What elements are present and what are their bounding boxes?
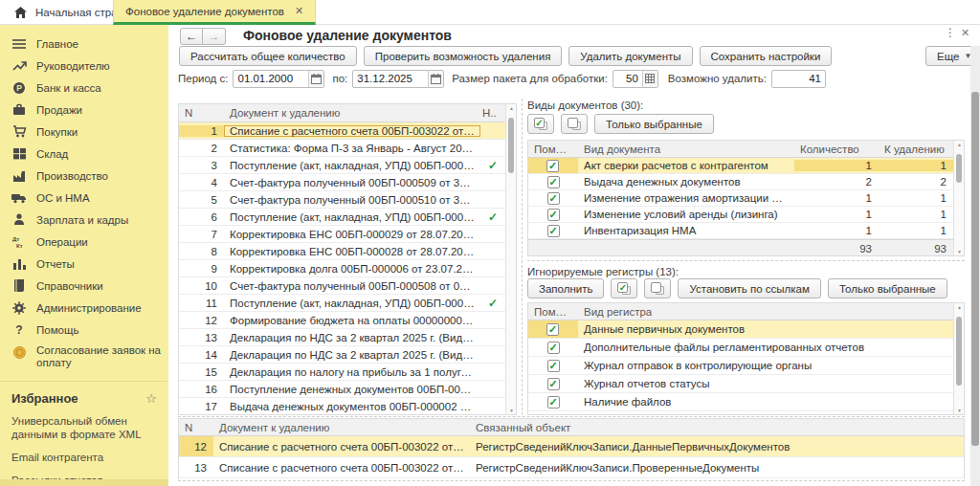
table-row[interactable]: ✓Отчетность с нарушенным сроком подачи (528, 411, 964, 415)
table-row[interactable]: 13Списание с расчетного счета 00БП-00302… (179, 457, 964, 478)
horizontal-splitter-right[interactable] (527, 260, 965, 261)
delete-documents-button[interactable]: Удалить документы (568, 46, 692, 66)
sidebar-item-dtkt[interactable]: ДтКтОперации (0, 231, 168, 253)
period-to-field[interactable]: 31.12.2025 (352, 70, 444, 88)
row-checkbox[interactable]: ✓ (546, 323, 559, 336)
row-checkbox[interactable]: ✓ (547, 192, 560, 205)
favorite-link[interactable]: Email контрагента (0, 446, 168, 469)
check-all-button[interactable]: ✓ (611, 278, 637, 298)
calendar-icon[interactable] (308, 71, 323, 87)
doc-types-only-selected-button[interactable]: Только выбранные (594, 114, 714, 134)
scroll-up-icon[interactable]: ▲ (506, 105, 517, 111)
table-row[interactable]: 8Корректировка ЕНС 00БП-000028 от 28.07.… (179, 243, 516, 260)
table-row[interactable]: ✓Наличие файлов (528, 393, 964, 411)
uncheck-all-button[interactable] (561, 114, 588, 134)
table-row[interactable]: ✓Выдача денежных документов22 (528, 174, 964, 190)
scroll-up-icon[interactable]: ▲ (954, 142, 965, 147)
row-checkbox[interactable]: ✓ (546, 160, 559, 172)
table-row[interactable]: 14Декларация по НДС за 2 квартал 2025 г.… (179, 346, 516, 364)
row-checkbox[interactable]: ✓ (547, 378, 560, 390)
sidebar-item-bank[interactable]: PБанк и касса (0, 77, 168, 99)
table-row[interactable]: ✓Дополнительные файлы регламентированных… (528, 339, 964, 357)
table-row[interactable]: 5Счет-фактура полученный 00БП-000510 от … (179, 191, 516, 209)
scrollbar-thumb[interactable] (956, 154, 962, 183)
row-checkbox[interactable]: ✓ (547, 176, 560, 188)
tab-background-deletion[interactable]: Фоновое удаление документов ✕ (113, 0, 316, 25)
check-all-button[interactable]: ✓ (527, 114, 554, 134)
sidebar-item-warehouse[interactable]: Склад (0, 143, 168, 165)
calc-total-button[interactable]: Рассчитать общее количество (179, 46, 357, 66)
table-row[interactable]: 12Формирование бюджета на оплаты 0000000… (179, 312, 516, 329)
forward-button[interactable]: → (203, 28, 226, 45)
sidebar-item-factory[interactable]: Производство (0, 165, 168, 187)
documents-table-scrollbar[interactable]: ▲ ▼ (505, 104, 516, 414)
table-row[interactable]: ✓Журнал отправок в контролирующие органы (528, 357, 964, 375)
registers-scrollbar[interactable]: ▲ ▼ (953, 303, 964, 414)
scroll-down-icon[interactable]: ▼ (954, 249, 965, 254)
row-checkbox[interactable]: ✓ (547, 414, 560, 416)
registers-only-selected-button[interactable]: Только выбранные (828, 278, 947, 298)
table-row[interactable]: 2Статистика: Форма П-3 за Январь - Авгус… (179, 140, 516, 157)
table-row[interactable]: 15Декларация по налогу на прибыль за 1 п… (179, 364, 516, 381)
table-row[interactable]: ✓Инвентаризация НМА11 (528, 223, 964, 239)
set-by-links-button[interactable]: Установить по ссылкам (678, 278, 820, 298)
row-checkbox[interactable]: ✓ (547, 225, 560, 237)
more-menu-icon[interactable]: ⋮ (945, 26, 956, 39)
vertical-splitter[interactable] (522, 99, 523, 415)
table-row[interactable]: 7Корректировка ЕНС 00БП-000029 от 28.07.… (179, 226, 516, 243)
table-row[interactable]: 6Поступление (акт, накладная, УПД) 00БП-… (179, 209, 516, 226)
sidebar-item-coin[interactable]: Согласование заявок на оплату (0, 341, 168, 373)
check-possibility-button[interactable]: Проверить возможность удаления (364, 46, 563, 66)
save-settings-button[interactable]: Сохранить настройки (700, 46, 833, 66)
sidebar-item-cart[interactable]: Покупки (0, 121, 168, 143)
batch-size-field[interactable]: 50 (612, 70, 658, 88)
table-row[interactable]: ✓Журнал отчетов статусы (528, 375, 964, 393)
horizontal-splitter-bottom[interactable] (178, 416, 965, 417)
period-from-field[interactable]: 01.01.2000 (233, 70, 324, 88)
possible-delete-field[interactable]: 41 (771, 70, 826, 88)
sidebar-item-menu[interactable]: Главное (0, 33, 168, 55)
sidebar-item-book[interactable]: Справочники (0, 275, 168, 297)
scroll-up-icon[interactable]: ▲ (954, 304, 965, 310)
table-row[interactable]: 12Списание с расчетного счета 00БП-00302… (179, 436, 964, 457)
row-checkbox[interactable]: ✓ (547, 396, 560, 409)
grid-picker-icon[interactable] (642, 71, 657, 87)
close-icon[interactable]: ✕ (961, 27, 969, 39)
table-row[interactable]: 3Поступление (акт, накладная, УПД) 00БП-… (179, 157, 516, 174)
fill-button[interactable]: Заполнить (527, 278, 604, 298)
uncheck-all-button[interactable] (644, 278, 671, 298)
table-row[interactable]: ✓Изменение отражения амортизации НМА11 (528, 190, 964, 207)
table-row[interactable]: 4Счет-фактура полученный 00БП-000509 от … (179, 174, 516, 191)
scrollbar-thumb[interactable] (971, 92, 979, 446)
tab-close-icon[interactable]: ✕ (295, 5, 303, 17)
sidebar-item-trend[interactable]: Руководителю (0, 55, 168, 77)
sidebar-item-gear[interactable]: Администрирование (0, 297, 168, 319)
sidebar-item-help[interactable]: ?Помощь (0, 319, 168, 341)
scroll-down-icon[interactable]: ▼ (954, 408, 965, 413)
table-row[interactable]: ✓Данные первичных документов (528, 320, 964, 339)
scrollbar-thumb[interactable] (956, 317, 962, 386)
table-row[interactable]: 16Поступление денежных документов 00БП-0… (179, 381, 516, 398)
row-checkbox[interactable]: ✓ (547, 342, 560, 354)
row-checkbox[interactable]: ✓ (547, 209, 560, 221)
table-row[interactable]: 17Выдача денежных документов 00БП-000002… (179, 398, 516, 415)
row-checkbox[interactable]: ✓ (547, 360, 560, 372)
favorite-link[interactable]: Универсальный обмен данными в формате XM… (0, 409, 168, 446)
scroll-down-icon[interactable]: ▼ (506, 408, 517, 413)
sidebar-item-truck[interactable]: ОС и НМА (0, 187, 168, 209)
sidebar-item-barchart[interactable]: Отчеты (0, 253, 168, 275)
star-icon[interactable]: ☆ (145, 391, 157, 406)
table-row[interactable]: 1Списание с расчетного счета 00БП-003022… (179, 122, 516, 140)
sidebar-item-person[interactable]: Зарплата и кадры (0, 209, 168, 231)
horizontal-splitter-foot[interactable] (178, 480, 965, 481)
table-row[interactable]: 13Декларация по НДС за 2 квартал 2025 г.… (179, 329, 516, 346)
calendar-icon[interactable] (428, 71, 443, 87)
window-scrollbar[interactable] (970, 46, 980, 486)
back-button[interactable]: ← (180, 28, 203, 45)
scrollbar-thumb[interactable] (508, 118, 514, 173)
table-row[interactable]: 11Поступление (акт, накладная, УПД) 00БП… (179, 295, 516, 312)
table-row[interactable]: ✓Изменение условий аренды (лизинга)11 (528, 207, 964, 223)
table-row[interactable]: ✓Акт сверки расчетов с контрагентом11 (528, 158, 964, 174)
table-row[interactable]: 10Счет-фактура полученный 00БП-000508 от… (179, 277, 516, 295)
doc-types-scrollbar[interactable]: ▲ ▼ (953, 141, 964, 255)
